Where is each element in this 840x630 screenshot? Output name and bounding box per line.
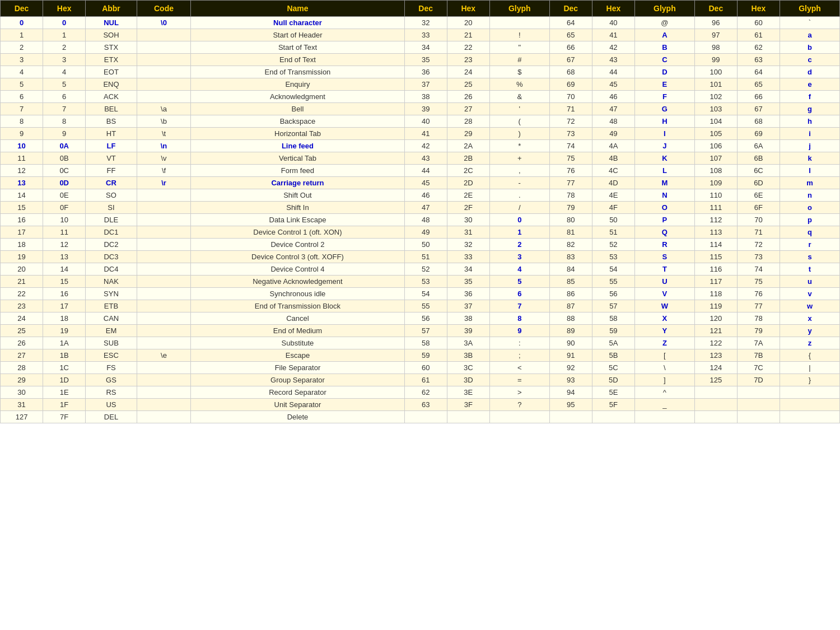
table-row: 140ESOShift Out462E.784EN1106En — [1, 189, 840, 202]
table-cell: 21 — [447, 29, 489, 41]
table-cell: 74 — [737, 263, 780, 276]
table-cell: 62 — [737, 41, 780, 54]
table-cell: 22 — [1, 288, 43, 300]
table-cell: 47 — [592, 103, 634, 115]
table-cell: " — [489, 41, 549, 54]
table-cell — [634, 411, 694, 423]
table-cell: 114 — [694, 239, 737, 251]
table-cell: 60 — [404, 362, 447, 374]
table-cell: \v — [137, 152, 191, 165]
table-cell: 25 — [447, 78, 489, 91]
table-cell: 75 — [549, 152, 592, 165]
table-cell: 99 — [694, 54, 737, 66]
table-cell: Cancel — [191, 312, 404, 325]
table-cell — [447, 411, 489, 423]
table-cell — [137, 29, 191, 41]
table-cell: s — [780, 251, 840, 263]
table-cell: 33 — [404, 29, 447, 41]
table-cell: 4F — [592, 202, 634, 214]
table-cell: 39 — [447, 325, 489, 337]
table-cell: 88 — [549, 312, 592, 325]
table-cell: RS — [86, 386, 137, 399]
table-row: 2418CANCancel563888858X12078x — [1, 312, 840, 325]
table-cell: 9 — [489, 325, 549, 337]
column-header-glyph: Glyph — [634, 1, 694, 17]
table-cell: LF — [86, 140, 137, 152]
table-cell: SO — [86, 189, 137, 202]
table-cell: T — [634, 263, 694, 276]
table-cell: % — [489, 78, 549, 91]
table-cell: 113 — [694, 226, 737, 239]
table-cell: l — [780, 165, 840, 177]
table-cell: 6 — [43, 91, 86, 103]
table-cell: 20 — [1, 263, 43, 276]
table-row: 77BEL\aBell3927'7147G10367g — [1, 103, 840, 115]
table-cell: Bell — [191, 103, 404, 115]
table-row: 120CFF\fForm feed442C,764CL1086Cl — [1, 165, 840, 177]
table-cell: 46 — [592, 91, 634, 103]
table-cell: \f — [137, 165, 191, 177]
table-cell: 4A — [592, 140, 634, 152]
table-cell: 70 — [549, 91, 592, 103]
table-cell: A — [634, 29, 694, 41]
table-row: 00NUL\0Null character32206440@9660` — [1, 17, 840, 29]
table-cell: 3C — [447, 362, 489, 374]
table-cell — [137, 263, 191, 276]
table-cell: t — [780, 263, 840, 276]
table-cell: 4 — [489, 263, 549, 276]
table-cell: 14 — [1, 189, 43, 202]
table-cell: 73 — [737, 251, 780, 263]
table-cell: * — [489, 140, 549, 152]
column-header-code: Code — [137, 1, 191, 17]
table-cell — [137, 411, 191, 423]
table-cell: ( — [489, 115, 549, 128]
table-cell: 101 — [694, 78, 737, 91]
table-cell: 127 — [1, 411, 43, 423]
table-cell: 56 — [404, 312, 447, 325]
table-cell: | — [780, 362, 840, 374]
table-cell: 5B — [592, 349, 634, 362]
table-cell: Delete — [191, 411, 404, 423]
table-cell: 0D — [43, 177, 86, 189]
column-header-hex: Hex — [447, 1, 489, 17]
table-cell: 2F — [447, 202, 489, 214]
table-cell: 71 — [549, 103, 592, 115]
table-row: 55ENQEnquiry3725%6945E10165e — [1, 78, 840, 91]
table-cell: 60 — [737, 17, 780, 29]
table-cell: 78 — [549, 189, 592, 202]
table-cell: 1F — [43, 399, 86, 411]
table-cell: 29 — [1, 374, 43, 386]
table-cell: 34 — [404, 41, 447, 54]
table-cell: b — [780, 41, 840, 54]
table-cell: 30 — [1, 386, 43, 399]
table-cell: 57 — [404, 325, 447, 337]
table-cell: 66 — [549, 41, 592, 54]
table-cell: 5E — [592, 386, 634, 399]
table-cell: C — [634, 54, 694, 66]
table-cell — [137, 300, 191, 312]
table-cell: 0C — [43, 165, 86, 177]
table-cell — [137, 91, 191, 103]
table-cell: 8 — [1, 115, 43, 128]
table-cell: 43 — [592, 54, 634, 66]
table-cell: 36 — [404, 66, 447, 78]
table-cell: 27 — [1, 349, 43, 362]
table-cell: 40 — [592, 17, 634, 29]
table-cell: Device Control 2 — [191, 239, 404, 251]
table-cell: 7 — [1, 103, 43, 115]
table-cell: Shift In — [191, 202, 404, 214]
table-cell: 6 — [1, 91, 43, 103]
table-cell: 68 — [737, 115, 780, 128]
table-cell: i — [780, 128, 840, 140]
table-cell: 45 — [592, 78, 634, 91]
table-cell: 72 — [549, 115, 592, 128]
table-cell: Record Separator — [191, 386, 404, 399]
table-cell: GS — [86, 374, 137, 386]
column-header-hex: Hex — [43, 1, 86, 17]
table-cell: 107 — [694, 152, 737, 165]
table-cell: End of Medium — [191, 325, 404, 337]
table-cell: 61 — [737, 29, 780, 41]
table-cell: 98 — [694, 41, 737, 54]
table-cell: 41 — [592, 29, 634, 41]
table-cell: z — [780, 337, 840, 349]
